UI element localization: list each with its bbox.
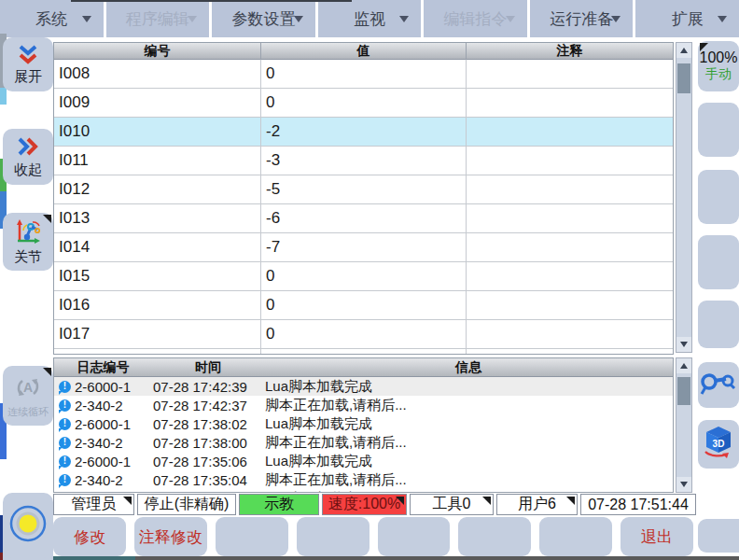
table-row[interactable]: I015 0 (54, 262, 673, 291)
io-table-scrollbar[interactable] (676, 42, 692, 353)
cell-id: I011 (54, 147, 261, 175)
function-key-button-partial[interactable] (698, 519, 739, 553)
status-badge[interactable]: 07-28 17:51:44 (580, 494, 696, 515)
cell-id: I015 (54, 262, 261, 290)
log-row[interactable]: 2-6000-1 07-28 17:33:52 Lua脚本加载完成 (54, 489, 673, 493)
table-row[interactable]: I009 0 (54, 89, 673, 118)
menu-bar: 系统 程序编辑 参数设置 监视 编辑指令 运行准备 扩展 (0, 0, 739, 37)
status-badge-label: 示教 (264, 495, 294, 514)
status-badge[interactable]: 示教 (239, 494, 319, 515)
log-row[interactable]: 2-340-2 07-28 17:38:00 脚本正在加载,请稍后... (54, 433, 673, 452)
table-row[interactable]: I017 0 (54, 320, 673, 349)
joint-axes-icon (14, 218, 42, 248)
table-row[interactable]: I016 0 (54, 291, 673, 320)
cell-comment (467, 233, 673, 261)
jog-speed-value: 100% (700, 49, 738, 66)
cube-3d-icon: 3D (700, 424, 737, 465)
taskbar-fragment (53, 556, 135, 560)
status-badge[interactable]: 工具0 (410, 494, 494, 515)
menu-item-label: 监视 (354, 8, 385, 30)
table-row[interactable]: I011 -3 (54, 147, 673, 175)
status-badge[interactable]: 管理员 (53, 494, 134, 515)
expand-button[interactable]: 展开 (3, 37, 53, 91)
log-row[interactable]: 2-6000-1 07-28 17:35:06 Lua脚本加载完成 (54, 452, 673, 470)
function-key-button[interactable] (216, 517, 288, 556)
chevron-down-icon (718, 16, 727, 22)
window-top-edge (71, 0, 352, 2)
robot-arm-button[interactable] (698, 362, 739, 408)
chevron-down-icon (399, 16, 409, 22)
menu-item[interactable]: 参数设置 (212, 0, 315, 37)
cell-log-time: 07-28 17:33:52 (153, 491, 265, 494)
log-row[interactable]: 2-340-2 07-28 17:35:04 脚本正在加载,请稍后... (54, 470, 673, 489)
cell-comment (467, 349, 673, 355)
table-row[interactable]: I014 -7 (54, 233, 673, 262)
menu-item[interactable]: 扩展 (635, 0, 739, 37)
enable-button[interactable] (3, 493, 53, 558)
scroll-up-arrow[interactable] (676, 43, 691, 58)
function-key-label: 修改 (74, 526, 105, 548)
cell-id: I010 (54, 118, 261, 146)
io-variable-table: 编号 值 注释 I008 0 I009 0 I010 -2 I011 (53, 42, 674, 355)
scroll-up-arrow[interactable] (676, 358, 691, 373)
scroll-down-arrow[interactable] (676, 477, 691, 492)
menu-item[interactable]: 系统 (0, 0, 104, 37)
jog-speed-button[interactable]: 100% 手动 (698, 41, 739, 91)
cell-log-time: 07-28 17:38:02 (153, 416, 265, 432)
joint-label: 关节 (14, 249, 42, 265)
table-row[interactable]: I013 -6 (54, 204, 673, 233)
function-key-button[interactable] (539, 517, 612, 556)
status-badge[interactable]: 用户6 (496, 494, 578, 515)
scrollbar-thumb[interactable] (677, 63, 690, 93)
status-badge[interactable]: 速度:100% (322, 494, 407, 515)
menu-item[interactable]: 编辑指令 (424, 0, 527, 37)
menu-item[interactable]: 运行准备 (530, 0, 634, 37)
cell-log-code: 2-6000-1 (75, 491, 153, 494)
cell-id: I016 (54, 291, 261, 319)
cell-log-time: 07-28 17:35:04 (153, 472, 265, 488)
side-panel-button-4[interactable] (698, 301, 739, 348)
col-header-log-id: 日志编号 (54, 358, 152, 376)
function-key-button[interactable]: 注释修改 (134, 517, 207, 556)
collapse-button[interactable]: 收起 (3, 129, 53, 185)
chevron-down-icon (188, 16, 197, 22)
table-row[interactable]: I018 0 (54, 349, 673, 355)
function-key-button[interactable]: 修改 (53, 517, 126, 556)
side-panel-button-2[interactable] (698, 170, 739, 224)
side-panel-button-1[interactable] (698, 103, 739, 157)
log-row[interactable]: 2-6000-1 07-28 17:42:39 Lua脚本加载完成 (54, 377, 673, 396)
log-row[interactable]: 2-340-2 07-28 17:42:37 脚本正在加载,请稍后... (54, 396, 673, 414)
cell-log-code: 2-6000-1 (75, 379, 153, 395)
menu-item-label: 系统 (35, 8, 67, 30)
table-row[interactable]: I008 0 (54, 60, 673, 89)
menu-item-label: 扩展 (672, 8, 704, 30)
io-table-header: 编号 值 注释 (54, 43, 673, 60)
menu-item[interactable]: 程序编辑 (106, 0, 210, 37)
function-key-button[interactable] (378, 517, 451, 556)
cell-comment (467, 89, 673, 117)
cell-id: I014 (54, 233, 261, 261)
function-key-label: 退出 (641, 526, 673, 548)
log-row[interactable]: 2-6000-1 07-28 17:38:02 Lua脚本加载完成 (54, 414, 673, 433)
cell-log-code: 2-6000-1 (75, 454, 153, 469)
cell-id: I018 (54, 349, 261, 355)
scrollbar-thumb[interactable] (677, 377, 690, 405)
table-row[interactable]: I012 -5 (54, 175, 673, 204)
cell-value: 0 (261, 262, 467, 290)
joint-coord-button[interactable]: 关节 (3, 213, 53, 271)
status-badge-label: 用户6 (518, 495, 556, 514)
chevron-down-icon (611, 16, 620, 22)
log-scrollbar[interactable] (676, 357, 692, 493)
status-badge-label: 07-28 17:51:44 (588, 497, 689, 513)
cell-value: 0 (261, 320, 467, 348)
function-key-button[interactable]: 退出 (620, 517, 693, 556)
function-key-button[interactable] (458, 517, 531, 556)
table-row[interactable]: I010 -2 (54, 118, 673, 147)
status-badge[interactable]: 停止(非精确) (137, 494, 236, 515)
view-3d-button[interactable]: 3D (698, 420, 739, 469)
cell-log-code: 2-340-2 (75, 435, 153, 451)
side-panel-button-3[interactable] (698, 235, 739, 289)
menu-item[interactable]: 监视 (318, 0, 422, 37)
function-key-button[interactable] (297, 517, 370, 556)
scroll-down-arrow[interactable] (676, 337, 691, 352)
